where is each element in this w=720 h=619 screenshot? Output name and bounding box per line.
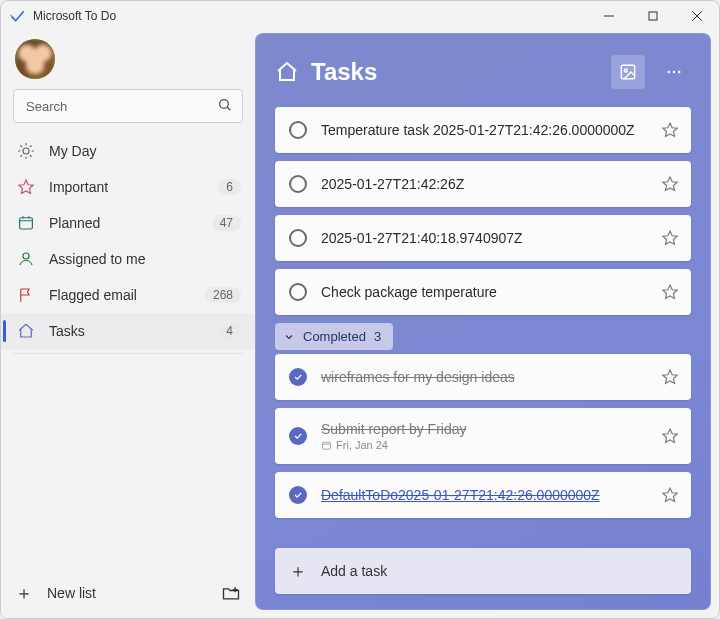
task-row[interactable]: wireframes for my design ideas xyxy=(275,354,691,400)
add-task-button[interactable]: ＋ Add a task xyxy=(275,548,691,594)
person-icon xyxy=(17,250,35,268)
complete-toggle[interactable] xyxy=(289,175,307,193)
sidebar-item-label: Important xyxy=(49,179,218,195)
main-pane: Tasks Temperature task 2025-01-27T21:42:… xyxy=(255,31,719,618)
complete-toggle[interactable] xyxy=(289,121,307,139)
window-maximize-button[interactable] xyxy=(631,1,675,31)
completed-task-list: wireframes for my design ideas Submit re… xyxy=(275,354,691,518)
window-close-button[interactable] xyxy=(675,1,719,31)
svg-point-24 xyxy=(624,69,627,72)
star-icon[interactable] xyxy=(661,175,679,193)
task-title: 2025-01-27T21:42:26Z xyxy=(321,176,647,192)
task-title: 2025-01-27T21:40:18.9740907Z xyxy=(321,230,647,246)
svg-rect-23 xyxy=(621,65,635,79)
task-title: DefaultToDo2025-01-27T21:42:26.0000000Z xyxy=(321,487,647,503)
new-list-button[interactable]: ＋ New list xyxy=(15,581,221,605)
svg-marker-29 xyxy=(663,177,677,190)
add-task-label: Add a task xyxy=(321,563,387,579)
sidebar-item-tasks[interactable]: Tasks 4 xyxy=(1,313,255,349)
task-row[interactable]: 2025-01-27T21:40:18.9740907Z xyxy=(275,215,691,261)
svg-rect-16 xyxy=(20,218,33,229)
task-title: Submit report by Friday xyxy=(321,421,647,437)
svg-point-4 xyxy=(220,100,229,109)
count-badge: 6 xyxy=(218,179,241,195)
count-badge: 47 xyxy=(212,215,241,231)
app-window: Microsoft To Do My Day xyxy=(0,0,720,619)
svg-line-13 xyxy=(21,155,22,156)
task-title: wireframes for my design ideas xyxy=(321,369,647,385)
home-icon xyxy=(17,322,35,340)
count-badge: 4 xyxy=(218,323,241,339)
search-icon[interactable] xyxy=(217,97,233,113)
page-title: Tasks xyxy=(311,58,599,86)
more-button[interactable] xyxy=(657,55,691,89)
sidebar-item-important[interactable]: Important 6 xyxy=(1,169,255,205)
svg-point-20 xyxy=(23,253,29,259)
task-title: Temperature task 2025-01-27T21:42:26.000… xyxy=(321,122,647,138)
svg-marker-15 xyxy=(19,180,33,193)
svg-marker-28 xyxy=(663,123,677,136)
task-row[interactable]: 2025-01-27T21:42:26Z xyxy=(275,161,691,207)
svg-rect-33 xyxy=(323,442,331,449)
divider xyxy=(13,353,243,354)
new-group-button[interactable] xyxy=(221,583,241,603)
svg-line-5 xyxy=(227,107,230,110)
star-icon xyxy=(17,178,35,196)
star-icon[interactable] xyxy=(661,229,679,247)
sidebar-item-label: My Day xyxy=(49,143,241,159)
svg-marker-31 xyxy=(663,285,677,298)
star-icon[interactable] xyxy=(661,368,679,386)
star-icon[interactable] xyxy=(661,427,679,445)
complete-toggle[interactable] xyxy=(289,229,307,247)
task-row[interactable]: Submit report by Friday Fri, Jan 24 xyxy=(275,408,691,464)
star-icon[interactable] xyxy=(661,121,679,139)
search-field xyxy=(13,89,243,123)
svg-point-27 xyxy=(678,71,680,73)
task-title: Check package temperature xyxy=(321,284,647,300)
completed-check-icon[interactable] xyxy=(289,368,307,386)
task-row[interactable]: Temperature task 2025-01-27T21:42:26.000… xyxy=(275,107,691,153)
window-minimize-button[interactable] xyxy=(587,1,631,31)
sidebar-item-flagged[interactable]: Flagged email 268 xyxy=(1,277,255,313)
search-input[interactable] xyxy=(13,89,243,123)
theme-button[interactable] xyxy=(611,55,645,89)
avatar[interactable] xyxy=(15,39,55,79)
count-badge: 268 xyxy=(205,287,241,303)
svg-point-6 xyxy=(23,148,29,154)
chevron-down-icon xyxy=(283,331,295,343)
completed-check-icon[interactable] xyxy=(289,427,307,445)
svg-line-12 xyxy=(30,155,31,156)
completed-label: Completed xyxy=(303,329,366,344)
app-body: My Day Important 6 Planned 47 xyxy=(1,31,719,618)
completed-count: 3 xyxy=(374,329,381,344)
task-row[interactable]: Check package temperature xyxy=(275,269,691,315)
open-task-list: Temperature task 2025-01-27T21:42:26.000… xyxy=(275,107,691,315)
svg-point-26 xyxy=(673,71,675,73)
completed-check-icon[interactable] xyxy=(289,486,307,504)
sidebar-item-planned[interactable]: Planned 47 xyxy=(1,205,255,241)
sidebar-item-myday[interactable]: My Day xyxy=(1,133,255,169)
home-icon xyxy=(275,60,299,84)
svg-line-14 xyxy=(30,146,31,147)
panel-header: Tasks xyxy=(275,55,691,89)
star-icon[interactable] xyxy=(661,486,679,504)
new-list-label: New list xyxy=(47,585,96,601)
sun-icon xyxy=(17,142,35,160)
svg-point-25 xyxy=(668,71,670,73)
task-row[interactable]: DefaultToDo2025-01-27T21:42:26.0000000Z xyxy=(275,472,691,518)
complete-toggle[interactable] xyxy=(289,283,307,301)
svg-marker-35 xyxy=(663,429,677,442)
completed-toggle[interactable]: Completed 3 xyxy=(275,323,393,350)
sidebar-item-label: Flagged email xyxy=(49,287,205,303)
star-icon[interactable] xyxy=(661,283,679,301)
sidebar-item-assigned[interactable]: Assigned to me xyxy=(1,241,255,277)
nav-list: My Day Important 6 Planned 47 xyxy=(1,131,255,349)
sidebar-item-label: Assigned to me xyxy=(49,251,241,267)
svg-marker-32 xyxy=(663,370,677,383)
sidebar-item-label: Planned xyxy=(49,215,212,231)
flag-icon xyxy=(17,286,35,304)
plus-icon: ＋ xyxy=(289,559,307,583)
svg-rect-1 xyxy=(649,12,657,20)
app-logo-icon xyxy=(9,8,25,24)
sidebar: My Day Important 6 Planned 47 xyxy=(1,31,255,618)
